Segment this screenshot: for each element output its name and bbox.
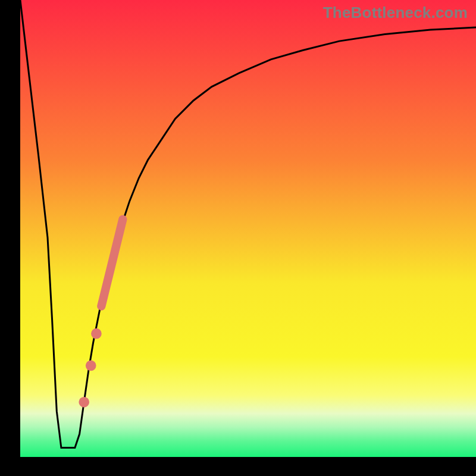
highlight-dot (79, 397, 89, 408)
highlight-dot (86, 361, 96, 371)
highlight-dot (91, 328, 102, 339)
bottleneck-chart (0, 0, 476, 476)
chart-frame: TheBottleneck.com (0, 0, 476, 476)
